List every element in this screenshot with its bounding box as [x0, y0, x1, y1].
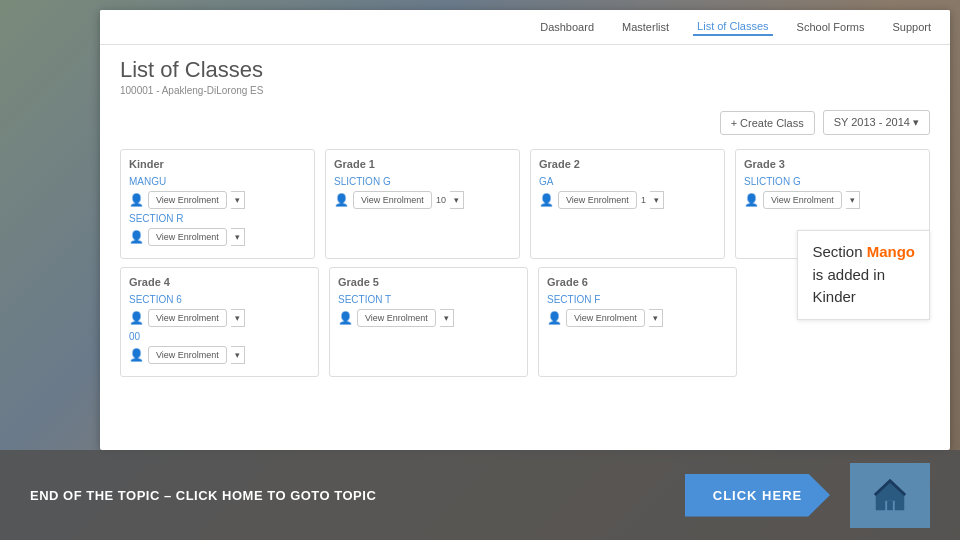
grade-card-2: Grade 2 GA 👤 View Enrolment 1 ▾ — [530, 149, 725, 259]
dropdown-g1[interactable]: ▾ — [450, 191, 464, 209]
year-selector[interactable]: SY 2013 - 2014 ▾ — [823, 110, 930, 135]
nav-bar: Dashboard Masterlist List of Classes Sch… — [100, 10, 950, 45]
person-icon-g6: 👤 — [547, 311, 562, 325]
dropdown-g2[interactable]: ▾ — [650, 191, 664, 209]
annotation-line1: Section — [812, 243, 866, 260]
view-enrolment-g2[interactable]: View Enrolment — [558, 191, 637, 209]
dropdown-g4-00[interactable]: ▾ — [231, 346, 245, 364]
grade-card-1: Grade 1 SLICTION G 👤 View Enrolment 10 ▾ — [325, 149, 520, 259]
main-panel: Dashboard Masterlist List of Classes Sch… — [100, 10, 950, 450]
create-class-button[interactable]: + Create Class — [720, 111, 815, 135]
person-icon-g2: 👤 — [539, 193, 554, 207]
grade-card-4: Grade 4 SECTION 6 👤 View Enrolment ▾ 00 … — [120, 267, 319, 377]
bottom-bar: END OF THE TOPIC – CLICK HOME TO GOTO TO… — [0, 450, 960, 540]
grade-5-title: Grade 5 — [338, 276, 519, 288]
view-enrolment-g3[interactable]: View Enrolment — [763, 191, 842, 209]
section-sliction-g1: SLICTION G — [334, 176, 511, 187]
person-icon-g4-s6: 👤 — [129, 311, 144, 325]
section-6: SECTION 6 — [129, 294, 310, 305]
view-enrolment-mangu[interactable]: View Enrolment — [148, 191, 227, 209]
svg-rect-1 — [887, 501, 893, 511]
nav-dashboard[interactable]: Dashboard — [536, 19, 598, 35]
enrolment-row-g5: 👤 View Enrolment ▾ — [338, 309, 519, 327]
enrolment-row-g6: 👤 View Enrolment ▾ — [547, 309, 728, 327]
annotation-line3: Kinder — [812, 288, 855, 305]
enrolment-row-g4-s6: 👤 View Enrolment ▾ — [129, 309, 310, 327]
grade-kinder-title: Kinder — [129, 158, 306, 170]
dropdown-g3[interactable]: ▾ — [846, 191, 860, 209]
nav-masterlist[interactable]: Masterlist — [618, 19, 673, 35]
person-icon-g1: 👤 — [334, 193, 349, 207]
grade-1-title: Grade 1 — [334, 158, 511, 170]
dropdown-g6[interactable]: ▾ — [649, 309, 663, 327]
enrolment-row-mangu: 👤 View Enrolment ▾ — [129, 191, 306, 209]
home-button[interactable] — [850, 463, 930, 528]
enrolment-row-section-r: 👤 View Enrolment ▾ — [129, 228, 306, 246]
home-icon — [871, 476, 909, 514]
section-t: SECTION T — [338, 294, 519, 305]
section-sliction-g3: SLICTION G — [744, 176, 921, 187]
view-enrolment-g4-00[interactable]: View Enrolment — [148, 346, 227, 364]
person-icon-section-r: 👤 — [129, 230, 144, 244]
section-f: SECTION F — [547, 294, 728, 305]
enrolment-count-g1: 10 — [436, 195, 446, 205]
section-ga: GA — [539, 176, 716, 187]
enrolment-row-g4-00: 👤 View Enrolment ▾ — [129, 346, 310, 364]
grade-4-title: Grade 4 — [129, 276, 310, 288]
annotation-mango: Mango — [867, 243, 915, 260]
annotation-box: Section Mango is added in Kinder — [797, 230, 930, 320]
enrolment-row-g2: 👤 View Enrolment 1 ▾ — [539, 191, 716, 209]
section-00: 00 — [129, 331, 310, 342]
nav-support[interactable]: Support — [888, 19, 935, 35]
enrolment-row-g1: 👤 View Enrolment 10 ▾ — [334, 191, 511, 209]
dropdown-g4-s6[interactable]: ▾ — [231, 309, 245, 327]
view-enrolment-g5[interactable]: View Enrolment — [357, 309, 436, 327]
view-enrolment-g4-s6[interactable]: View Enrolment — [148, 309, 227, 327]
grade-card-6: Grade 6 SECTION F 👤 View Enrolment ▾ — [538, 267, 737, 377]
click-here-container[interactable]: CLICK HERE — [685, 474, 830, 517]
page-title: List of Classes — [120, 57, 930, 83]
person-icon-g5: 👤 — [338, 311, 353, 325]
section-r-name: SECTION R — [129, 213, 306, 224]
grade-3-title: Grade 3 — [744, 158, 921, 170]
view-enrolment-section-r[interactable]: View Enrolment — [148, 228, 227, 246]
nav-school-forms[interactable]: School Forms — [793, 19, 869, 35]
dropdown-section-r[interactable]: ▾ — [231, 228, 245, 246]
end-topic-text: END OF THE TOPIC – CLICK HOME TO GOTO TO… — [30, 488, 665, 503]
page-subtitle: 100001 - Apakleng-DiLorong ES — [120, 85, 930, 96]
person-icon-g3: 👤 — [744, 193, 759, 207]
view-enrolment-g1[interactable]: View Enrolment — [353, 191, 432, 209]
dropdown-mangu[interactable]: ▾ — [231, 191, 245, 209]
grade-card-5: Grade 5 SECTION T 👤 View Enrolment ▾ — [329, 267, 528, 377]
toolbar: + Create Class SY 2013 - 2014 ▾ — [100, 104, 950, 141]
annotation-line2: is added in — [812, 266, 885, 283]
view-enrolment-g6[interactable]: View Enrolment — [566, 309, 645, 327]
page-header: List of Classes 100001 - Apakleng-DiLoro… — [100, 45, 950, 104]
person-icon-g4-00: 👤 — [129, 348, 144, 362]
nav-list-of-classes[interactable]: List of Classes — [693, 18, 773, 36]
section-mangu-name: MANGU — [129, 176, 306, 187]
grade-2-title: Grade 2 — [539, 158, 716, 170]
enrolment-row-g3: 👤 View Enrolment ▾ — [744, 191, 921, 209]
grade-card-kinder: Kinder MANGU 👤 View Enrolment ▾ SECTION … — [120, 149, 315, 259]
enrolment-count-g2: 1 — [641, 195, 646, 205]
dropdown-g5[interactable]: ▾ — [440, 309, 454, 327]
click-here-button[interactable]: CLICK HERE — [685, 474, 830, 517]
grade-6-title: Grade 6 — [547, 276, 728, 288]
person-icon-mangu: 👤 — [129, 193, 144, 207]
